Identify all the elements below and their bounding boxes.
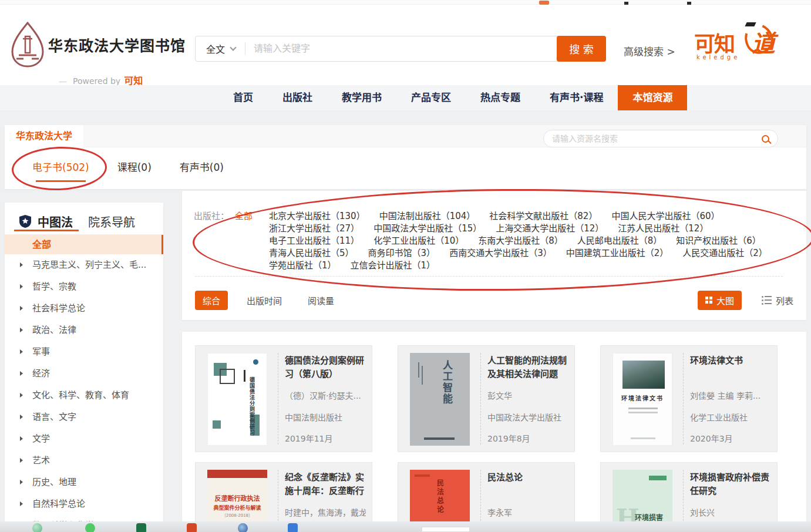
sidebar-item[interactable]: 社会科学总论	[5, 298, 163, 319]
powerpoint-icon[interactable]	[187, 523, 197, 532]
publisher-filter-link[interactable]: 社会科学文献出版社（82）	[489, 211, 597, 221]
nav-item-教学用书[interactable]: 教学用书	[327, 85, 396, 110]
publisher-filter-link[interactable]: 中国人民大学出版社（60）	[611, 211, 719, 221]
publisher-filter-link[interactable]: 西南交通大学出版社（3）	[449, 248, 552, 258]
main-search-input[interactable]	[245, 43, 557, 54]
page: 华东政法大学图书馆 —Powered by可知 全文 搜 索 高级搜索 > 可知…	[0, 0, 811, 532]
browser-remnant-icon	[539, 1, 549, 5]
nav-item-首页[interactable]: 首页	[218, 85, 268, 110]
browser-remnant-strip	[0, 0, 811, 5]
book-title: 环境损害政府补偿责任研究	[690, 471, 771, 498]
sidebar-item[interactable]: 语言、文字	[5, 406, 163, 428]
sidebar-item[interactable]: 马克思主义、列宁主义、毛...	[5, 254, 163, 276]
sidebar-item-label: 文学	[32, 433, 50, 444]
publisher-filter-link[interactable]: 化学工业出版社（10）	[373, 235, 464, 246]
logo-text-kezhi: 可知	[694, 27, 734, 58]
publisher-filter-all[interactable]: 全部	[235, 210, 253, 223]
resource-tab[interactable]: 课程(0)	[117, 159, 152, 182]
view-list-button[interactable]: 列表	[762, 294, 793, 307]
resource-search-bar	[543, 130, 778, 147]
publisher-filter-link[interactable]: 中国法制出版社（104）	[379, 211, 476, 221]
foot-decoration	[424, 437, 455, 440]
resource-search-input[interactable]	[552, 134, 762, 143]
sidebar-item[interactable]: 文学	[5, 428, 163, 450]
book-author: （德）汉斯·约瑟夫...	[285, 389, 366, 401]
publisher-filter-link[interactable]: 北京大学出版社（130）	[269, 211, 365, 221]
book-title: 德国债法分则案例研习（第八版）	[285, 354, 366, 381]
book-card[interactable]: 人工智能人工智能的刑法规制及其相关法律问题彭文华中国政法大学出版社2019年8月	[398, 345, 575, 452]
publisher-filter-link[interactable]: 人民交通出版社（2）	[682, 248, 768, 258]
resource-tab[interactable]: 有声书(0)	[180, 159, 224, 182]
publisher-filter-link[interactable]: 中国建筑工业出版社（2）	[566, 248, 669, 258]
resource-tab[interactable]: 电子书(502)	[32, 159, 89, 182]
expand-arrow-icon	[20, 436, 23, 441]
book-card[interactable]: 环境法律文书环境法律文书刘佳嫈 主编 李莉...化学工业出版社2020年3月	[600, 345, 778, 452]
search-scope-dropdown[interactable]: 全文	[196, 42, 245, 56]
publisher-row: 浙江大学出版社（27）中国政法大学出版社（15）上海交通大学出版社（12）江苏人…	[269, 223, 782, 235]
expand-arrow-icon	[20, 284, 23, 289]
book-card[interactable]: 德国债法分则案例研习德国债法分则案例研习（第八版）（德）汉斯·约瑟夫...中国法…	[195, 345, 372, 452]
wechat-icon[interactable]	[85, 523, 95, 532]
sidebar-item-label: 全部	[32, 239, 51, 250]
sort-option[interactable]: 综合	[195, 291, 228, 310]
advanced-search-link[interactable]: 高级搜索 >	[624, 43, 675, 58]
sidebar-item[interactable]: 文化、科学、教育、体育	[5, 385, 163, 406]
book-author: 李永军	[487, 506, 568, 518]
sidebar-item[interactable]: 全部	[5, 235, 163, 254]
sidebar-item[interactable]: 经济	[5, 363, 163, 385]
word-icon[interactable]	[238, 523, 248, 532]
nav-item-热点专题[interactable]: 热点专题	[466, 85, 535, 110]
active-tab-underline	[14, 230, 79, 231]
sidebar-item-label: 历史、地理	[32, 477, 76, 487]
nav-item-有声书·课程[interactable]: 有声书·课程	[535, 85, 618, 110]
sidebar-item[interactable]: 历史、地理	[5, 472, 163, 493]
sidebar-item[interactable]: 艺术	[5, 450, 163, 472]
publisher-filter-link[interactable]: 人民邮电出版社（8）	[577, 235, 662, 246]
nav-item-出版社[interactable]: 出版社	[268, 85, 327, 110]
organization-tab[interactable]: 华东政法大学	[5, 125, 83, 147]
sidebar-item[interactable]: 数理科学和化学	[5, 515, 163, 521]
view-grid-button[interactable]: 大图	[698, 291, 742, 310]
publisher-filter-link[interactable]: 中国政法大学出版社（15）	[373, 223, 482, 234]
publisher-filter-link[interactable]: 商务印书馆（3）	[368, 248, 436, 258]
dashed-divider	[195, 276, 783, 277]
excel-icon[interactable]	[136, 523, 146, 532]
list-icon	[762, 296, 772, 305]
site-title: 华东政法大学图书馆	[48, 34, 186, 55]
sidebar-item-label: 军事	[32, 346, 50, 357]
green-app-icon[interactable]	[32, 523, 42, 532]
publisher-filter-link[interactable]: 江苏人民出版社（12）	[618, 223, 708, 234]
category-list: 全部马克思主义、列宁主义、毛...哲学、宗教社会科学总论政治、法律军事经济文化、…	[5, 235, 163, 521]
nav-item-产品专区[interactable]: 产品专区	[396, 85, 466, 110]
library-bar: 华东政法大学 电子书(502)课程(0)有声书(0)	[5, 125, 806, 189]
book-publisher: 化学工业出版社	[690, 411, 771, 423]
sidebar-item[interactable]: 哲学、宗教	[5, 276, 163, 298]
publisher-filter-link[interactable]: 青海人民出版社（5）	[269, 248, 354, 258]
blue-app-icon[interactable]	[288, 523, 298, 532]
publisher-filter-link[interactable]: 浙江大学出版社（27）	[269, 223, 359, 234]
cover-text: 人工智能	[440, 360, 455, 405]
publisher-filter-link[interactable]: 电子工业出版社（11）	[269, 235, 359, 246]
publisher-filter-link[interactable]: 知识产权出版社（6）	[676, 235, 761, 246]
taskbar-preview	[422, 527, 470, 532]
search-icon[interactable]	[762, 135, 769, 143]
sidebar-item-label: 社会科学总论	[32, 303, 85, 314]
publisher-filter-link[interactable]: 东南大学出版社（8）	[478, 235, 563, 246]
sidebar-item[interactable]: 政治、法律	[5, 319, 163, 341]
nav-item-本馆资源[interactable]: 本馆资源	[618, 85, 687, 110]
book-publisher: 中国政法大学出版社	[487, 411, 568, 423]
publisher-filter-link[interactable]: 学苑出版社（1）	[269, 260, 336, 271]
sort-option[interactable]: 阅读量	[308, 294, 334, 307]
publisher-filter-link[interactable]: 立信会计出版社（1）	[351, 260, 436, 271]
sbar2-decoration	[422, 366, 423, 385]
sort-option[interactable]: 出版时间	[247, 294, 282, 307]
search-button[interactable]: 搜 索	[557, 36, 606, 62]
sidebar-item[interactable]: 自然科学总论	[5, 493, 163, 515]
sidebar-tab-departments[interactable]: 院系导航	[88, 213, 135, 230]
publisher-row: 北京大学出版社（130）中国法制出版社（104）社会科学文献出版社（82）中国人…	[269, 210, 782, 223]
sidebar-item[interactable]: 军事	[5, 341, 163, 363]
sidebar-tab-clc[interactable]: 中图法	[38, 213, 73, 230]
photo-decoration	[622, 361, 665, 389]
publisher-filter-link[interactable]: 上海交通大学出版社（12）	[496, 223, 604, 234]
logo-subtext: keledge	[696, 54, 740, 60]
